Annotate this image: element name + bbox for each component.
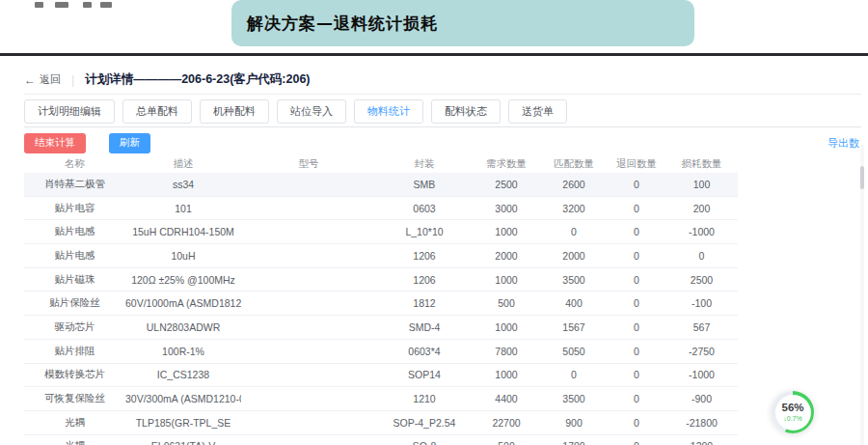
cell-demand: 3000 — [473, 196, 540, 220]
table-row: 光耦TLP185(GR-TPL_SESOP-4_P2.54227009000-2… — [24, 410, 738, 434]
cell-return: 0 — [608, 244, 665, 268]
cell-name: 肖特基二极管 — [24, 173, 125, 196]
cell-desc: TLP185(GR-TPL_SE — [125, 410, 241, 434]
breadcrumb: ← 返回 | 计划详情————206-6-23(客户代码:206) — [24, 66, 861, 95]
cell-name: 光耦 — [24, 410, 125, 434]
cell-return: 0 — [608, 316, 665, 340]
cell-desc: ULN2803ADWR — [125, 316, 241, 340]
cell-loss: -2750 — [665, 339, 738, 363]
cell-package: 1210 — [376, 387, 473, 411]
cell-desc: 15uH CDRH104-150M — [125, 220, 241, 244]
refresh-button[interactable]: 刷新 — [109, 133, 150, 153]
cell-loss: -21800 — [665, 410, 738, 434]
page: 解决方案—退料统计损耗 ← 返回 | 计划详情————206-6-23(客户代码… — [0, 0, 868, 445]
cell-match: 2600 — [540, 173, 608, 196]
breadcrumb-separator: | — [71, 73, 74, 87]
column-header-model: 型号 — [241, 154, 376, 173]
cell-return: 0 — [608, 363, 665, 387]
cell-name: 贴片磁珠 — [24, 267, 125, 292]
back-button[interactable]: ← 返回 — [24, 72, 61, 87]
cell-loss: 100 — [665, 173, 738, 196]
cell-return: 0 — [608, 173, 665, 196]
cell-loss: 200 — [665, 196, 738, 220]
table-row: 贴片电感15uH CDRH104-150ML_10*10100000-1000 — [24, 220, 738, 244]
cell-match: 400 — [540, 292, 608, 316]
cell-demand: 2000 — [473, 244, 540, 268]
cell-package: 1206 — [376, 244, 473, 268]
table-row: 贴片电容1010603300032000200 — [24, 196, 738, 220]
cell-package: 0603 — [376, 196, 473, 220]
page-title: 解决方案—退料统计损耗 — [247, 13, 438, 35]
cell-model — [241, 316, 376, 340]
browser-remnant-mark — [100, 2, 112, 8]
cell-demand: 1000 — [473, 316, 540, 340]
cell-match: 900 — [540, 410, 608, 434]
browser-remnant-mark — [83, 2, 92, 8]
cell-match: 5050 — [540, 339, 608, 363]
cell-loss: -900 — [665, 387, 738, 411]
cell-loss: 2500 — [665, 267, 738, 292]
material-stats-table: 名称描述型号封装需求数量匹配数量退回数量损耗数量 肖特基二极管ss34SMB25… — [24, 154, 738, 445]
cell-loss: -1000 — [665, 220, 738, 244]
top-divider — [0, 53, 868, 56]
progress-value: 56% — [781, 403, 803, 414]
cell-name: 贴片电感 — [24, 220, 125, 244]
cell-name: 贴片电感 — [24, 244, 125, 268]
column-header-demand: 需求数量 — [473, 154, 540, 173]
cell-model — [241, 363, 376, 387]
tab-plan-detail-edit[interactable]: 计划明细编辑 — [24, 99, 115, 124]
cell-package: SO-8 — [376, 434, 473, 445]
scrollbar-track[interactable] — [860, 145, 864, 445]
cell-loss: 0 — [665, 244, 738, 268]
cell-package: 0603*4 — [376, 339, 473, 363]
cell-model — [241, 292, 376, 316]
end-calc-button[interactable]: 结束计算 — [24, 133, 86, 153]
table-row: 模数转换芯片IC_CS1238SOP14100000-1000 — [24, 363, 738, 387]
progress-delta: ↓0.7% — [783, 415, 801, 422]
table-row: 可恢复保险丝30V/300mA (ASMD1210-050-24V)121044… — [24, 387, 738, 411]
export-link[interactable]: 导出数 — [827, 136, 859, 151]
cell-name: 模数转换芯片 — [24, 363, 125, 387]
cell-package: SMD-4 — [376, 316, 473, 340]
column-header-match: 匹配数量 — [540, 154, 608, 173]
cell-model — [241, 434, 376, 445]
cell-model — [241, 410, 376, 434]
back-arrow-icon: ← — [24, 74, 36, 86]
cell-return: 0 — [608, 267, 665, 292]
cell-package: 1206 — [376, 267, 473, 292]
table-row: 贴片排阻100R-1%0603*4780050500-2750 — [24, 339, 738, 363]
tab-total-batching[interactable]: 总单配料 — [122, 99, 192, 124]
cell-package: 1812 — [376, 292, 473, 316]
cell-package: SOP-4_P2.54 — [376, 410, 473, 434]
cell-demand: 1000 — [473, 267, 540, 292]
tab-station-import[interactable]: 站位导入 — [277, 99, 346, 124]
cell-package: SOP14 — [376, 363, 473, 387]
cell-desc: IC_CS1238 — [125, 363, 241, 387]
cell-match: 1700 — [540, 434, 608, 445]
content-card: ← 返回 | 计划详情————206-6-23(客户代码:206) 计划明细编辑… — [24, 66, 861, 445]
cell-model — [241, 244, 376, 268]
tab-delivery-note[interactable]: 送货单 — [508, 99, 567, 124]
cell-demand: 7800 — [473, 339, 540, 363]
scrollbar-thumb[interactable] — [860, 166, 864, 189]
cell-model — [241, 220, 376, 244]
tab-batching-status[interactable]: 配料状态 — [431, 99, 501, 124]
browser-remnant-mark — [55, 2, 68, 8]
cell-name: 贴片电容 — [24, 196, 125, 220]
cell-package: SMB — [376, 173, 473, 196]
cell-match: 3500 — [540, 387, 608, 411]
table-row: 驱动芯片ULN2803ADWRSMD-4100015670567 — [24, 316, 738, 340]
table-row: 光耦EL0631(TA)-VSO-8500170001200 — [24, 434, 738, 445]
cell-match: 0 — [540, 363, 608, 387]
cell-match: 3200 — [540, 196, 608, 220]
tab-material-stats[interactable]: 物料统计 — [354, 99, 423, 124]
progress-ring: 56% ↓0.7% — [772, 391, 814, 433]
cell-match: 0 — [540, 220, 608, 244]
table-row: 贴片电感10uH12062000200000 — [24, 244, 738, 268]
cell-return: 0 — [608, 292, 665, 316]
column-header-name: 名称 — [24, 154, 125, 173]
table-row: 贴片磁珠120Ω ±25% @100MHz12061000350002500 — [24, 267, 738, 292]
cell-name: 光耦 — [24, 434, 125, 445]
cell-name: 贴片保险丝 — [24, 292, 125, 316]
tab-model-batching[interactable]: 机种配料 — [200, 99, 269, 124]
